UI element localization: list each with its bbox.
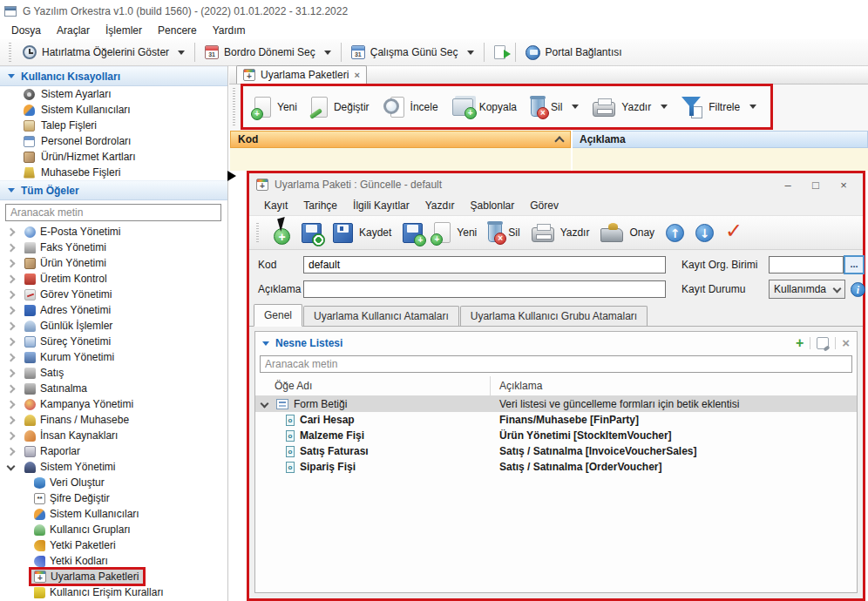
kopyala-button[interactable]: Kopyala [446, 97, 523, 118]
column-header-aciklama[interactable]: Açıklama [573, 131, 868, 148]
tree-item-kampanya-y-netimi[interactable]: Kampanya Yönetimi [0, 396, 227, 412]
tree-item-s-re-y-netimi[interactable]: Süreç Yönetimi [0, 334, 227, 349]
chevron-right-icon[interactable] [7, 306, 16, 314]
dialog-menu-i-lgili-kay-tlar[interactable]: İlgili Kayıtlar [345, 198, 417, 213]
table-row-malzeme-fi-i[interactable]: Malzeme FişiÜrün Yönetimi [StockItemVouc… [255, 428, 857, 443]
yazd-r-button[interactable]: Yazdır [587, 96, 674, 118]
tree-item-raporlar[interactable]: Raporlar [0, 443, 227, 459]
chevron-right-icon[interactable] [7, 290, 16, 299]
chevron-right-icon[interactable] [7, 431, 16, 440]
tree-item-uyarlama-paketleri[interactable]: Uyarlama Paketleri [0, 569, 227, 584]
tree-item-faks-y-netimi[interactable]: Faks Yönetimi [0, 240, 227, 255]
sidebar-search-input[interactable] [5, 204, 221, 221]
menu-dosya[interactable]: Dosya [3, 23, 49, 38]
onay-button[interactable]: Onay [599, 223, 656, 242]
table-row-form-beti-i[interactable]: Form BetiğiVeri listesi ve güncelleme fo… [255, 396, 857, 412]
dialog-menu-yazd-r[interactable]: Yazdır [417, 198, 463, 213]
tab-uyarlama-paketleri[interactable]: Uyarlama Paketleri × [236, 65, 367, 84]
close-button[interactable]: × [831, 179, 856, 192]
sil-button[interactable]: Sil [525, 96, 585, 118]
chevron-right-icon[interactable] [7, 400, 16, 409]
tree-item-finans-muhasebe[interactable]: Finans / Muhasebe [0, 412, 227, 428]
dialog-menu-tarih-e[interactable]: Tarihçe [295, 198, 345, 213]
toolbar-button-al-ma-g-n-se[interactable]: Çalışma Günü Seç [345, 43, 480, 62]
down-button[interactable] [694, 224, 715, 242]
chevron-down-icon[interactable] [749, 105, 756, 112]
table-row-sipari-fi-i[interactable]: Sipariş FişiSatış / Satınalma [OrderVouc… [255, 459, 857, 475]
chevron-right-icon[interactable] [7, 227, 16, 236]
tree-item-kullan-c-eri-im-kurallar[interactable]: Kullanıcı Erişim Kuralları [0, 584, 227, 600]
table-row-sat-faturas[interactable]: Satış FaturasıSatış / Satınalma [Invoice… [255, 443, 857, 459]
maximize-button[interactable]: □ [804, 179, 828, 192]
tree-item-kurum-y-netimi[interactable]: Kurum Yönetimi [0, 349, 227, 365]
chevron-right-icon[interactable] [7, 243, 16, 252]
tree-item-adres-y-netimi[interactable]: Adres Yönetimi [0, 302, 227, 318]
remove-object-icon[interactable]: × [842, 337, 850, 349]
sidebar-item-personel-bordrolar[interactable]: Personel Bordroları [0, 133, 227, 149]
dialog-tab-uyarlama-kullan-c-atamalar[interactable]: Uyarlama Kullanıcı Atamaları [303, 306, 459, 326]
tree-item-veri-olu-tur[interactable]: Veri Oluştur [0, 475, 227, 490]
sil-button[interactable]: Sil [486, 223, 521, 242]
column-header-aciklama[interactable]: Açıklama [491, 380, 857, 392]
tree-item-i-nsan-kaynaklar[interactable]: İnsan Kaynakları [0, 428, 227, 443]
yeni-button[interactable]: Yeni [432, 222, 478, 243]
chevron-right-icon[interactable] [7, 353, 16, 361]
toolbar-grip[interactable] [233, 88, 235, 126]
tree-item-g-nl-k-i-lemler[interactable]: Günlük İşlemler [0, 318, 227, 334]
dialog-menu-g-rev[interactable]: Görev [522, 198, 566, 213]
tree-item-g-rev-y-netimi[interactable]: Görev Yönetimi [0, 287, 227, 302]
org-input[interactable] [769, 256, 844, 273]
preview-icon[interactable] [817, 337, 829, 349]
minimize-button[interactable]: – [776, 179, 800, 192]
menu-pencere[interactable]: Pencere [150, 23, 205, 38]
org-lookup-button[interactable]: ... [844, 255, 865, 274]
tree-item-kullan-c-gruplar[interactable]: Kullanıcı Grupları [0, 522, 227, 537]
dialog-tab-uyarlama-kullan-c-grubu-atamalar[interactable]: Uyarlama Kullanıcı Grubu Atamaları [460, 306, 648, 326]
toolbar-button-portal-ba-lant-s[interactable]: Portal Bağlantısı [519, 43, 628, 63]
chevron-down-icon[interactable] [467, 51, 474, 58]
chevron-right-icon[interactable] [7, 337, 16, 346]
add-object-icon[interactable]: + [796, 337, 804, 349]
durum-combobox[interactable]: Kullanımda [769, 280, 845, 299]
sidebar-item-sistem-ayarlar[interactable]: Sistem Ayarları [0, 86, 227, 102]
chevron-right-icon[interactable] [7, 384, 16, 393]
toolbar-grip[interactable] [256, 223, 259, 242]
column-header-kod[interactable]: Kod [230, 131, 571, 148]
sidebar-item-muhasebe-fi-leri[interactable]: Muhasebe Fişleri [0, 165, 227, 180]
yazd-r-button[interactable]: Yazdır [530, 223, 592, 242]
dialog-menu-ablonlar[interactable]: Şablonlar [463, 198, 523, 213]
menu-ara-lar[interactable]: Araçlar [49, 23, 98, 38]
chevron-right-icon[interactable] [7, 321, 16, 330]
sidebar-item-sistem-kullan-c-lar[interactable]: Sistem Kullanıcıları [0, 102, 227, 118]
save-refresh-button[interactable] [300, 223, 323, 243]
kaydet-button[interactable]: Kaydet [331, 223, 393, 243]
sidebar-item-talep-fi-leri[interactable]: Talep Fişleri [0, 118, 227, 133]
toolbar-grip[interactable] [9, 43, 11, 62]
dialog-menu-kay-t[interactable]: Kayıt [256, 198, 295, 213]
yeni-button[interactable]: Yeni [248, 95, 303, 119]
chevron-down-icon[interactable] [261, 399, 269, 408]
menu-i-lemler[interactable]: İşlemler [98, 23, 150, 38]
sidebar-section-shortcuts[interactable]: Kullanıcı Kısayolları [0, 66, 227, 86]
tree-item-sistem-kullan-c-lar[interactable]: Sistem Kullanıcıları [0, 506, 227, 522]
column-header-oge-adi[interactable]: Öğe Adı [255, 376, 491, 395]
kod-input[interactable] [303, 256, 666, 273]
filtrele-button[interactable]: Filtrele [675, 94, 763, 120]
up-button[interactable] [664, 224, 686, 242]
chevron-right-icon[interactable] [7, 259, 16, 267]
check-button[interactable] [723, 222, 748, 243]
tree-item-yetki-kodlar[interactable]: Yetki Kodları [0, 553, 227, 569]
tree-item-yetki-paketleri[interactable]: Yetki Paketleri [0, 537, 227, 553]
tab-close-icon[interactable]: × [354, 70, 359, 80]
chevron-right-icon[interactable] [7, 415, 16, 424]
chevron-right-icon[interactable] [7, 274, 16, 283]
info-icon[interactable] [851, 282, 865, 297]
menu-yard-m[interactable]: Yardım [205, 23, 254, 38]
chevron-right-icon[interactable] [7, 368, 16, 377]
chevron-down-icon[interactable] [178, 51, 185, 58]
add-circle-button[interactable] [272, 221, 292, 245]
chevron-down-icon[interactable] [572, 105, 579, 112]
tree-item-retim-kontrol[interactable]: Üretim Kontrol [0, 271, 227, 287]
i-ncele-button[interactable]: İncele [377, 95, 444, 119]
table-row-cari-hesap[interactable]: Cari HesapFinans/Muhasebe [FinParty] [255, 412, 857, 428]
